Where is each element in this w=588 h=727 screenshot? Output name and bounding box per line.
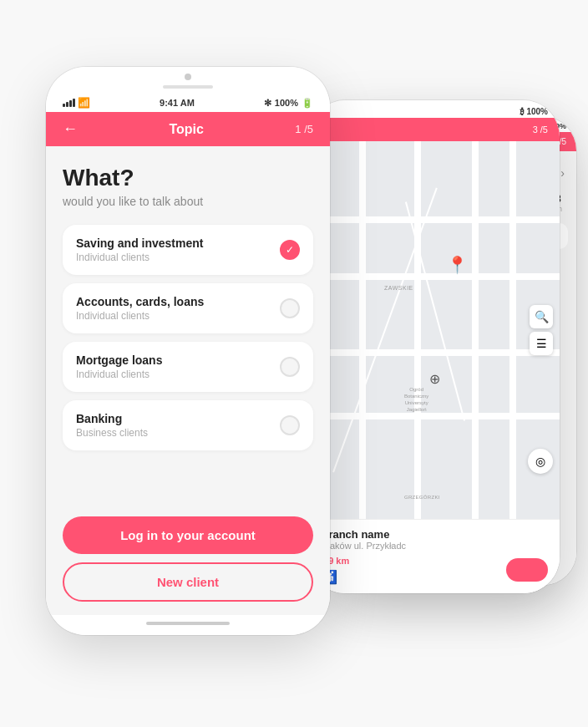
map-location-button[interactable]: ◎ <box>528 449 553 474</box>
map-pin-icon: 📍 <box>447 255 468 275</box>
header-title: Topic <box>169 122 203 137</box>
notch-area <box>46 67 330 89</box>
map-list-button[interactable]: ☰ <box>530 332 553 355</box>
scene: ₿ 100% 4 /5 › 06 Sat 07 Sun <box>0 0 588 727</box>
app-header: ← Topic 1 /5 <box>46 112 330 146</box>
map-view[interactable]: ZAWSKIE OgródBotanicznyUniversytyJagiell… <box>309 141 560 519</box>
new-client-button[interactable]: New client <box>63 562 313 602</box>
option-radio-0[interactable]: ✓ <box>280 240 300 260</box>
option-subtitle-0: Individual clients <box>76 252 203 263</box>
map-controls: 🔍 ☰ <box>530 305 553 355</box>
phone-back2: ₿ 100% 3 /5 <box>309 100 560 593</box>
signal-icon <box>63 99 75 107</box>
option-radio-2[interactable] <box>280 357 300 377</box>
camera-icon <box>185 74 191 80</box>
option-mortgage[interactable]: Mortgage loans Individual clients <box>63 342 313 392</box>
status-time: 9:41 AM <box>160 98 195 108</box>
option-banking[interactable]: Banking Business clients <box>63 400 313 450</box>
back3-next-arrow[interactable]: › <box>560 166 565 180</box>
status-left: 📶 <box>63 97 90 109</box>
header-step: 1 /5 <box>295 123 313 135</box>
login-button[interactable]: Log in to your account <box>63 516 313 554</box>
option-title-0: Saving and investment <box>76 236 203 250</box>
option-title-1: Accounts, cards, loans <box>76 295 204 308</box>
confirm-button[interactable] <box>506 558 548 582</box>
option-subtitle-3: Business clients <box>76 427 148 439</box>
map-label-grzegorzki: GRZEGÓRZKI <box>404 495 440 500</box>
main-content: What? would you like to talk about Savin… <box>46 146 330 615</box>
battery-text: 100% <box>275 98 298 108</box>
status-right: ✻ 100% 🔋 <box>264 98 313 109</box>
back2-status-bar: ₿ 100% <box>309 100 560 118</box>
page-title: What? <box>63 165 313 191</box>
battery-icon: 🔋 <box>302 98 313 109</box>
branch-card: Branch name Kraków ul. Przykładc 1,9 km … <box>309 519 560 593</box>
wifi-icon: 📶 <box>78 97 90 109</box>
option-title-2: Mortgage loans <box>76 353 162 367</box>
button-area: Log in to your account New client <box>63 508 313 602</box>
home-indicator <box>46 615 330 635</box>
main-phone: 📶 9:41 AM ✻ 100% 🔋 ← Topic 1 /5 What? wo… <box>46 67 330 635</box>
bluetooth-icon: ✻ <box>264 98 271 109</box>
branch-name: Branch name <box>321 528 548 541</box>
back2-header: 3 /5 <box>309 118 560 141</box>
status-bar: 📶 9:41 AM ✻ 100% 🔋 <box>46 89 330 112</box>
option-accounts[interactable]: Accounts, cards, loans Individual client… <box>63 283 313 333</box>
home-bar[interactable] <box>146 622 230 625</box>
back2-battery: ₿ 100% <box>520 107 548 116</box>
map-label-botanic: OgródBotanicznyUniversytyJagielloń <box>404 387 428 413</box>
option-subtitle-2: Individual clients <box>76 369 162 380</box>
branch-address: Kraków ul. Przykładc <box>321 541 548 551</box>
option-radio-3[interactable] <box>280 415 300 435</box>
option-subtitle-1: Individual clients <box>76 310 204 322</box>
option-title-3: Banking <box>76 412 148 425</box>
back-button[interactable]: ← <box>63 120 78 138</box>
option-saving-investment[interactable]: Saving and investment Individual clients… <box>63 225 313 275</box>
option-radio-1[interactable] <box>280 298 300 318</box>
map-label-zawskie: ZAWSKIE <box>384 285 413 291</box>
map-search-button[interactable]: 🔍 <box>530 305 553 328</box>
crosshair-icon: ⊕ <box>429 371 440 387</box>
page-subtitle: would you like to talk about <box>63 195 313 208</box>
back2-step: 3 /5 <box>533 125 548 135</box>
